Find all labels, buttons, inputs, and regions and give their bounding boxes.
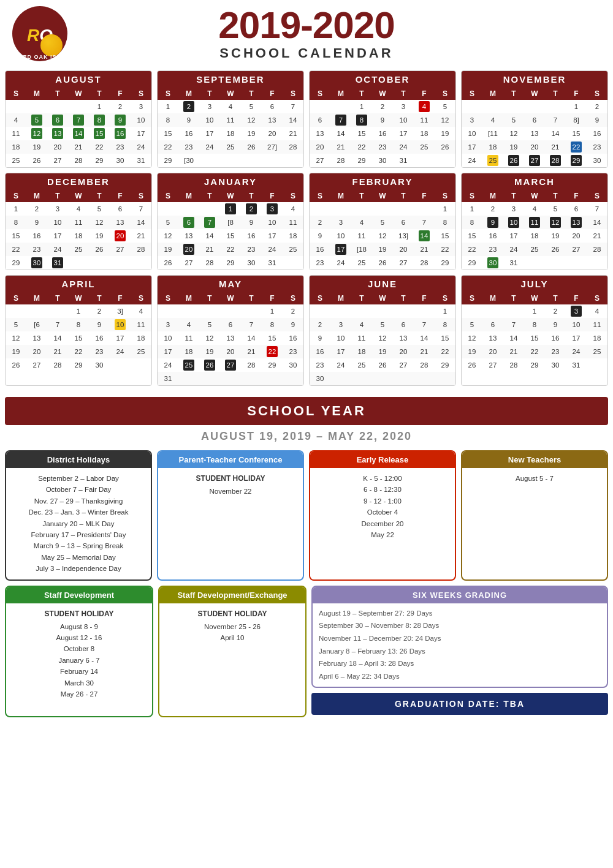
cal-cell: [8 [220,216,241,229]
cal-cell: 20 [26,345,47,358]
cal-cell: 23 [545,345,566,358]
cal-cell-span: 11 [529,217,540,228]
cal-cell: 30 [482,256,503,270]
cal-cell: 1 [262,304,283,318]
cal-cell: 15 [435,331,455,345]
parent-teacher-body: STUDENT HOLIDAY November 22 [158,468,303,502]
cal-cell: 8 [524,318,545,331]
month-november: NOVEMBERSMTWTFS12345678]910[111213141516… [461,70,608,168]
sub-title: SCHOOL CALENDAR [218,45,395,61]
cal-cell: 1 [351,100,372,113]
cal-cell: 21 [131,229,151,243]
cal-cell: 24 [131,140,151,154]
cal-cell: 4 [131,304,151,318]
cal-cell: 7 [545,113,566,127]
cal-cell: 11 [283,216,303,229]
cal-cell: 29 [566,154,587,167]
cal-cell: 18 [524,229,545,243]
graduation-box: GRADUATION DATE: TBA [311,693,608,715]
cal-cell: 22 [435,345,455,358]
cal-cell: 10 [330,331,351,345]
cal-cell: 13 [393,331,414,345]
empty-cell [131,256,151,270]
cal-cell: 26 [372,358,393,372]
cal-cell: 5 [199,318,220,331]
cal-cell: 1 [462,202,482,216]
empty-cell [524,100,545,113]
cal-cell-span: 13 [52,128,63,139]
month-april: APRILSMTWTFS123]45[678910111213141516171… [5,275,152,386]
cal-cell: 11 [131,318,151,331]
district-holidays-header: District Holidays [6,451,151,468]
cal-cell: 16 [310,345,330,358]
day-header: S [462,88,482,100]
cal-cell: 10 [110,318,131,331]
day-header: F [566,190,587,202]
cal-cell: 28 [414,358,435,372]
cal-cell: 14 [199,229,220,243]
cal-cell-span: 3 [267,203,278,214]
cal-cell: 7 [414,216,435,229]
cal-cell: 25 [178,358,199,372]
cal-cell: 28 [199,256,220,270]
cal-cell: 22 [435,243,455,256]
day-header: M [178,292,199,304]
cal-cell: 25 [524,243,545,256]
cal-cell: 19 [158,243,178,256]
new-teachers-header: New Teachers [462,451,607,468]
day-header: S [310,88,330,100]
cal-cell-span: 20 [115,230,126,241]
cal-cell: 17 [566,331,587,345]
cal-cell: 5 [435,100,455,113]
cal-cell: 15 [220,229,241,243]
cal-cell: 14 [503,331,524,345]
empty-cell [503,304,524,318]
day-header: W [68,292,89,304]
cal-cell: 27 [566,243,587,256]
empty-cell [310,202,330,216]
day-header: F [566,292,587,304]
cal-cell: 14 [414,331,435,345]
empty-cell [435,372,455,385]
cal-cell-span: 14 [73,128,84,139]
cal-cell-span: 2 [246,203,257,214]
cal-cell: 10 [566,318,587,331]
cal-cell: 2 [372,100,393,113]
cal-cell: 2 [241,202,262,216]
cal-cell: 5 [545,202,566,216]
cal-cell: 4 [414,100,435,113]
cal-cell: 24 [47,243,68,256]
cal-cell: 29 [524,358,545,372]
cal-cell: 15 [158,127,178,140]
main-title: 2019-2020 [218,6,395,44]
empty-cell [110,358,131,372]
school-year-dates: AUGUST 19, 2019 – MAY 22, 2020 [0,425,613,450]
empty-cell [310,100,330,113]
cal-cell-span: 8 [94,115,105,126]
cal-cell: 15 [6,229,26,243]
staff-dev-label: STUDENT HOLIDAY [10,608,148,620]
day-header: T [241,88,262,100]
empty-cell [351,372,372,385]
day-header: M [482,190,503,202]
day-header: S [131,88,151,100]
cal-cell: 31 [393,154,414,167]
cal-cell: 2 [310,216,330,229]
day-header: W [524,88,545,100]
cal-cell: 14 [283,113,303,127]
empty-cell [158,202,178,216]
cal-cell: 8 [351,113,372,127]
day-header: S [587,292,607,304]
day-header: F [414,292,435,304]
day-header: M [482,292,503,304]
cal-cell-span: 8 [356,115,367,126]
cal-cell: 21 [283,127,303,140]
month-header: MARCH [462,173,607,190]
cal-cell-span: 7 [335,115,346,126]
day-header: F [566,88,587,100]
cal-cell: 26 [435,140,455,154]
cal-cell: 26 [199,358,220,372]
empty-cell [47,304,68,318]
cal-cell: 13 [110,216,131,229]
cal-cell: 18 [131,331,151,345]
